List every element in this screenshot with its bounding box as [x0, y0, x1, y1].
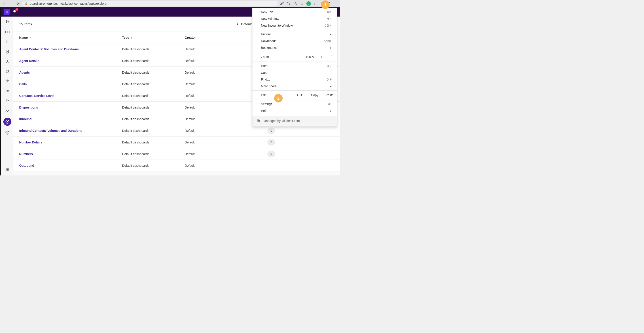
svg-rect-22: [6, 168, 6, 169]
zoom-out-button[interactable]: −: [293, 53, 303, 61]
row-end: 0: [268, 151, 334, 157]
row-name[interactable]: Calls: [19, 82, 122, 86]
svg-marker-20: [7, 121, 8, 122]
row-creator: Default: [185, 141, 268, 144]
menu-more-tools[interactable]: More Tools▶: [252, 83, 337, 90]
row-name[interactable]: Numbers: [19, 152, 122, 156]
annotation-marker-1: 1: [321, 1, 330, 9]
menu-shortcut: ⌥⌘L: [324, 39, 332, 43]
menu-zoom: Zoom − 100% +: [252, 53, 337, 61]
app-logo[interactable]: :t: [4, 9, 10, 15]
row-name[interactable]: Inbound: [19, 117, 122, 121]
menu-bookmarks[interactable]: Bookmarks▶: [252, 44, 337, 51]
sidebar-item-apps[interactable]: [4, 167, 10, 172]
grammarly-extension-icon[interactable]: G: [306, 1, 311, 6]
menu-new-incognito[interactable]: New Incognito Window⇧⌘N: [252, 22, 337, 29]
table-row[interactable]: Numbers Default dashboards Default 0: [14, 148, 340, 160]
sidebar-item-integrations[interactable]: [4, 98, 10, 104]
row-type: Default dashboards: [122, 117, 185, 121]
menu-settings[interactable]: Settings⌘,: [252, 101, 337, 107]
menu-separator: [252, 100, 337, 100]
menu-help[interactable]: Help▶: [252, 107, 337, 114]
fullscreen-button[interactable]: [327, 55, 337, 58]
submenu-arrow-icon: ▶: [330, 47, 332, 49]
svg-rect-29: [7, 171, 8, 171]
sort-asc-icon: ▲: [29, 36, 31, 39]
svg-rect-25: [6, 169, 6, 170]
menu-find[interactable]: Find…⌘F: [252, 76, 337, 83]
sort-icon: ▲▼: [130, 36, 133, 39]
annotation-marker-2: 2: [274, 94, 283, 103]
menu-label: New Window: [261, 17, 279, 21]
menu-shortcut: ⇧⌘N: [324, 24, 332, 27]
menu-label: Cast…: [261, 71, 270, 75]
menu-cast[interactable]: Cast…: [252, 69, 337, 76]
sidebar-item-code[interactable]: [4, 88, 10, 94]
menu-label: Settings: [261, 102, 272, 106]
chrome-menu-button[interactable]: ⋮: [333, 1, 337, 6]
sidebar-item-performance[interactable]: [4, 108, 10, 114]
cut-button[interactable]: Cut: [292, 92, 307, 99]
translate-icon[interactable]: [286, 1, 291, 6]
sidebar-item-contacts[interactable]: [4, 49, 10, 55]
row-name[interactable]: Number Details: [19, 141, 122, 144]
menu-new-tab[interactable]: New Tab⌘T: [252, 9, 337, 16]
column-type[interactable]: Type▲▼: [122, 36, 185, 39]
svg-rect-28: [6, 171, 6, 171]
sidebar-item-routing[interactable]: [4, 59, 10, 65]
row-name[interactable]: Agent Details: [19, 59, 122, 63]
table-row[interactable]: Outbound Default dashboards Default: [14, 160, 340, 171]
table-row[interactable]: Number Details Default dashboards Defaul…: [14, 137, 340, 148]
svg-point-5: [6, 21, 8, 22]
bookmark-star-icon[interactable]: ☆: [300, 1, 304, 6]
menu-separator: [252, 90, 337, 91]
row-type: Default dashboards: [122, 59, 185, 63]
filter-icon: [236, 22, 239, 26]
column-name[interactable]: Name▲: [19, 36, 122, 39]
zoom-value: 100%: [303, 55, 316, 59]
menu-label: Downloads: [261, 39, 276, 43]
menu-downloads[interactable]: Downloads⌥⌘L: [252, 38, 337, 44]
sidebar-item-queue[interactable]: [4, 39, 10, 45]
sidebar-item-fingerprint[interactable]: [4, 78, 10, 84]
menu-label: New Incognito Window: [261, 24, 293, 27]
paste-button[interactable]: Paste: [322, 92, 337, 99]
row-name[interactable]: Dispositions: [19, 106, 122, 109]
menu-managed-by[interactable]: Managed by talkdesk.com: [252, 116, 337, 126]
back-button[interactable]: ←: [2, 1, 7, 6]
lt-extension-icon[interactable]: LT: [313, 1, 318, 6]
row-type: Default dashboards: [122, 106, 185, 109]
sidebar-item-explore[interactable]: [3, 118, 12, 126]
submenu-arrow-icon: ▶: [330, 110, 332, 112]
forward-button[interactable]: →: [8, 1, 14, 6]
menu-history[interactable]: History▶: [252, 31, 337, 38]
menu-new-window[interactable]: New Window⌘N: [252, 16, 337, 22]
menu-label: More Tools: [261, 84, 276, 88]
sidebar-item-settings[interactable]: [4, 130, 10, 136]
row-name[interactable]: Outbound: [19, 164, 122, 167]
menu-edit-row: Edit Cut Copy Paste: [252, 92, 337, 99]
address-bar[interactable]: 🔒 guardian-enterprise.mytalkdesk.com/atl…: [22, 1, 278, 7]
voice-search-icon[interactable]: 🎤: [280, 1, 284, 6]
copy-button[interactable]: Copy: [307, 92, 322, 99]
share-icon[interactable]: [293, 1, 298, 6]
svg-rect-3: [258, 120, 259, 122]
row-name[interactable]: Contacts' Service Level: [19, 94, 122, 98]
row-name[interactable]: Inbound Contacts' Volumes and Durations: [19, 129, 122, 133]
menu-separator: [252, 115, 337, 115]
reload-button[interactable]: ⟳: [15, 1, 20, 6]
menu-label: Find…: [261, 78, 270, 81]
row-type: Default dashboards: [122, 164, 185, 167]
notifications-button[interactable]: 9: [12, 10, 16, 14]
menu-print[interactable]: Print…⌘P: [252, 63, 337, 69]
zoom-in-button[interactable]: +: [316, 53, 327, 61]
row-name[interactable]: Agents: [19, 71, 122, 74]
row-name[interactable]: Agent Contacts' Volumes and Durations: [19, 48, 122, 51]
sidebar-item-shield[interactable]: [4, 69, 10, 74]
sidebar-item-conversations[interactable]: [4, 19, 10, 25]
menu-shortcut: ⌘F: [327, 78, 332, 81]
sidebar-item-voicemail[interactable]: [4, 29, 10, 35]
menu-label: New Tab: [261, 10, 273, 14]
svg-rect-4: [259, 120, 260, 122]
row-end: 0: [268, 139, 334, 145]
